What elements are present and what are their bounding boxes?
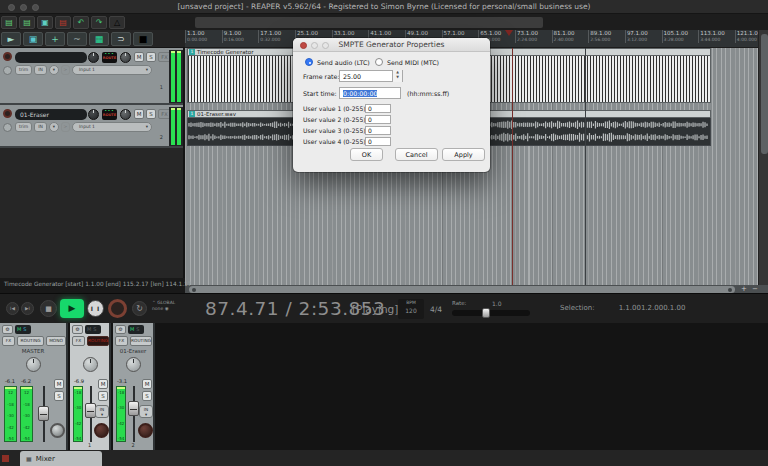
user-value-input[interactable]: 0 <box>365 104 391 113</box>
master-fader[interactable] <box>38 406 49 421</box>
track-name-field[interactable] <box>15 52 87 63</box>
repeat-button[interactable]: ↻ <box>132 301 147 316</box>
monitor-button[interactable]: > <box>61 122 70 132</box>
input-dropdown-button[interactable]: ▾ <box>49 122 59 132</box>
rate-slider-thumb[interactable] <box>482 308 490 318</box>
input-fx-button[interactable]: IN <box>34 122 47 132</box>
envelope-tool-button[interactable]: ~ <box>67 32 87 46</box>
record-arm-button[interactable] <box>3 52 12 61</box>
mute-button[interactable]: M <box>134 52 144 62</box>
master-mute-button[interactable]: M <box>54 379 64 389</box>
trim-read-button[interactable]: trim <box>15 122 32 132</box>
stepper-icon[interactable]: ▲▼ <box>392 70 402 82</box>
solo-button[interactable]: S <box>146 52 156 62</box>
horizontal-scrollbar-thumb[interactable] <box>189 286 735 293</box>
grid-settings-button[interactable]: ▦ <box>89 32 109 46</box>
record-arm-knob[interactable] <box>138 423 153 438</box>
dialog-close-button[interactable] <box>300 42 307 49</box>
cancel-button[interactable]: Cancel <box>395 148 438 161</box>
new-project-button[interactable]: ▤ <box>1 16 17 29</box>
vertical-scrollbar[interactable] <box>758 30 768 285</box>
track-name-field[interactable]: 01-Eraser <box>15 109 87 120</box>
selection-value[interactable]: 1.2.00 <box>641 304 663 312</box>
scrollbar-handle-left[interactable] <box>192 288 196 292</box>
record-arm-knob[interactable] <box>94 423 109 438</box>
item-grouping-button[interactable]: ▣ <box>23 32 43 46</box>
volume-knob[interactable] <box>88 52 99 63</box>
input-select[interactable]: Input 1▾ <box>72 65 152 75</box>
mixer-strip-1[interactable]: ⚙ MS FX ROUTING -6.9 -18-30-42-54 M S IN… <box>70 323 111 450</box>
start-time-input[interactable]: 0:00:00:00 <box>339 87 401 99</box>
metronome-button[interactable]: △ <box>109 16 125 29</box>
input-button[interactable]: IN▾ <box>95 405 109 418</box>
track-panel-2[interactable]: 01-Eraser ••• ROUTE M S FX trim IN ▾ > I… <box>0 105 183 148</box>
solo-button[interactable]: S <box>142 391 152 401</box>
selection-readout[interactable]: Selection: 1.1.001.2.000.1.00 <box>560 304 760 312</box>
edit-cursor-marker[interactable] <box>505 30 513 36</box>
input-button[interactable]: IN▾ <box>139 405 153 418</box>
rate-value[interactable]: 1.0 <box>492 300 502 307</box>
global-automation-override[interactable]: ⌃ GLOBAL none ◉ <box>152 300 186 312</box>
routing-button[interactable]: ROUTING <box>130 336 152 346</box>
ok-button[interactable]: OK <box>350 148 383 161</box>
envelope-button[interactable] <box>3 123 12 132</box>
redo-button[interactable]: ↷ <box>91 16 107 29</box>
dialog-minimize-button[interactable] <box>311 42 318 49</box>
input-fx-button[interactable]: IN <box>34 65 47 75</box>
pan-knob[interactable] <box>120 52 131 63</box>
pan-knob[interactable] <box>120 109 131 120</box>
selection-value[interactable]: 1.1.00 <box>619 304 641 312</box>
undo-button[interactable]: ↶ <box>73 16 89 29</box>
mixer-strip-2[interactable]: ⚙ MS FX ROUTING 01-Eraser -3.1 -18-30-42… <box>113 323 155 450</box>
open-project-button[interactable]: ▤ <box>19 16 35 29</box>
mouse-mode-button[interactable]: ► <box>1 32 21 46</box>
go-to-end-button[interactable]: ▶I <box>21 302 34 315</box>
selection-value[interactable]: 0.1.00 <box>663 304 685 312</box>
user-value-input[interactable]: 0 <box>365 115 391 124</box>
volume-knob[interactable] <box>88 109 99 120</box>
mixer-strip-master[interactable]: ⚙ MS FX ROUTING MONO MASTER -6.1 -6.2 12… <box>0 323 68 450</box>
input-select[interactable]: Input 1▾ <box>72 122 152 132</box>
master-pan-knob[interactable] <box>26 357 41 372</box>
monitor-button[interactable]: > <box>61 65 70 75</box>
play-button[interactable]: ▶ <box>60 299 84 318</box>
user-value-input[interactable]: 0 <box>365 126 391 135</box>
mute-button[interactable]: M <box>134 109 144 119</box>
master-mono-button[interactable]: MONO <box>46 336 66 346</box>
pan-knob[interactable] <box>126 357 141 372</box>
routing-button[interactable]: ROUTING <box>87 336 109 346</box>
send-midi-radio[interactable] <box>375 58 383 66</box>
route-button[interactable]: ••• ROUTE <box>102 52 117 63</box>
apply-button[interactable]: Apply <box>442 148 485 161</box>
record-arm-button[interactable] <box>3 109 12 118</box>
stop-button[interactable]: ■ <box>40 300 57 317</box>
scrollbar-handle-right[interactable] <box>728 288 732 292</box>
route-button[interactable]: ••• ROUTE <box>102 109 117 120</box>
master-output-knob[interactable] <box>50 423 65 438</box>
save-project-button[interactable]: ▣ <box>37 16 53 29</box>
user-value-input[interactable]: 0 <box>365 137 391 146</box>
locking-button[interactable]: ■ <box>133 32 153 46</box>
rate-slider[interactable] <box>452 310 530 316</box>
mute-button[interactable]: M <box>98 379 108 389</box>
frame-rate-select[interactable]: 25.00 ▲▼ <box>339 70 403 82</box>
pause-button[interactable]: I I <box>87 300 104 317</box>
ripple-edit-button[interactable]: ⊃ <box>111 32 131 46</box>
record-button[interactable] <box>108 299 127 318</box>
input-dropdown-button[interactable]: ▾ <box>49 65 59 75</box>
go-to-start-button[interactable]: I◀ <box>6 302 19 315</box>
bpm-control[interactable]: BPM 120 <box>398 299 424 319</box>
project-settings-button[interactable]: ▤ <box>55 16 71 29</box>
gear-icon[interactable]: ⚙ <box>72 325 83 334</box>
fx-button[interactable]: FX <box>72 336 85 346</box>
master-solo-button[interactable]: S <box>54 391 64 401</box>
master-routing-button[interactable]: ROUTING <box>17 336 44 346</box>
mute-button[interactable]: M <box>142 379 152 389</box>
time-signature[interactable]: 4/4 <box>430 305 442 314</box>
pan-knob[interactable] <box>83 357 98 372</box>
dialog-titlebar[interactable]: SMPTE Generator Properties <box>293 38 490 52</box>
mute-solo-indicators[interactable]: MS <box>85 325 101 334</box>
trim-read-button[interactable]: trim <box>15 65 32 75</box>
vertical-scrollbar-thumb[interactable] <box>761 34 768 154</box>
solo-button[interactable]: S <box>146 109 156 119</box>
